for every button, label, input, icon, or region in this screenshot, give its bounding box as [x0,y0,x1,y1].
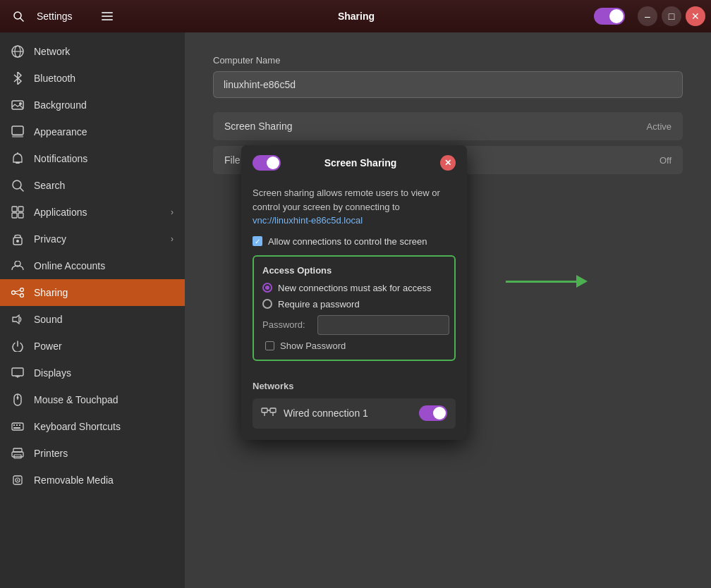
sidebar-item-removable-media[interactable]: Removable Media [0,467,185,494]
dialog-close-button[interactable]: ✕ [440,155,456,171]
password-label: Password: [262,319,312,330]
sidebar-item-network[interactable]: Network [0,38,185,65]
appearance-icon [11,125,24,138]
screen-sharing-row[interactable]: Screen Sharing Active [213,112,683,140]
show-password-row[interactable]: Show Password [262,341,446,351]
radio-require-password-label: Require a password [278,299,360,310]
allow-control-row[interactable]: Allow connections to control the screen [253,236,456,247]
wired-connection-toggle[interactable] [419,405,447,421]
sidebar-item-keyboard-shortcuts[interactable]: Keyboard Shortcuts [0,413,185,440]
sidebar-item-label: Sharing [34,287,174,298]
file-sharing-status: Off [660,155,672,166]
background-icon [11,99,24,111]
sidebar-item-online-accounts[interactable]: Online Accounts [0,252,185,279]
access-options-box: Access Options New connections must ask … [253,255,456,361]
radio-require-password-btn[interactable] [262,299,272,309]
svg-point-45 [17,479,18,481]
sidebar-item-applications[interactable]: Applications › [0,199,185,226]
bluetooth-icon [11,72,24,85]
radio-new-connections[interactable]: New connections must ask for access [262,283,446,293]
sound-icon [11,313,24,326]
wired-connection-label: Wired connection 1 [284,408,412,419]
screen-sharing-status: Active [647,121,672,132]
show-password-checkbox[interactable] [265,341,274,350]
svg-rect-34 [12,423,23,430]
sidebar-item-label: Privacy [34,233,161,245]
computer-name-label: Computer Name [213,55,683,66]
sidebar-item-sound[interactable]: Sound [0,306,185,333]
sidebar-item-printers[interactable]: Printers [0,440,185,467]
screen-sharing-dialog: Screen Sharing ✕ Screen sharing allows r… [241,145,467,440]
sidebar-item-label: Appearance [34,126,174,137]
power-icon [11,340,24,353]
radio-require-password[interactable]: Require a password [262,299,446,310]
maximize-button[interactable]: □ [662,6,681,26]
sidebar-item-notifications[interactable]: Notifications [0,145,185,172]
main-layout: Network Bluetooth Background [0,32,711,588]
radio-new-connections-label: New connections must ask for access [278,283,431,293]
sidebar-item-background[interactable]: Background [0,92,185,118]
dialog-description: Screen sharing allows remote users to vi… [253,186,456,228]
sidebar-item-power[interactable]: Power [0,333,185,360]
svg-line-14 [20,188,23,191]
sidebar-item-label: Displays [34,367,174,379]
network-icon [11,45,24,58]
svg-rect-18 [18,213,23,218]
sidebar-item-label: Background [34,99,174,111]
sidebar-item-bluetooth[interactable]: Bluetooth [0,65,185,92]
sidebar-item-label: Bluetooth [34,73,174,84]
dialog-header: Screen Sharing ✕ [241,145,467,180]
svg-rect-10 [12,126,23,135]
close-button[interactable]: ✕ [686,6,705,26]
arrow-line [506,281,576,283]
online-accounts-icon [11,259,24,272]
computer-name-input[interactable] [213,71,683,98]
applications-icon [11,206,24,219]
svg-rect-37 [19,424,20,426]
titlebar-center: Sharing [119,11,594,22]
vnc-link[interactable]: vnc://linuxhint-e86c5d.local [253,215,363,226]
sidebar-item-privacy[interactable]: Privacy › [0,226,185,252]
displays-icon [11,367,24,379]
window-controls: – □ ✕ [594,6,705,26]
sidebar-item-search[interactable]: Search [0,172,185,199]
menu-button[interactable] [96,6,119,27]
sidebar-item-label: Keyboard Shortcuts [34,421,174,432]
sidebar-item-displays[interactable]: Displays [0,360,185,386]
svg-rect-40 [13,448,22,452]
svg-line-26 [16,293,20,295]
svg-line-1 [20,18,23,21]
sidebar-item-label: Removable Media [34,474,174,486]
show-password-label: Show Password [280,341,346,351]
svg-rect-36 [16,424,18,426]
search-icon [11,179,24,192]
sidebar-item-sharing[interactable]: Sharing [0,279,185,306]
sidebar-item-label: Applications [34,207,161,218]
allow-control-checkbox[interactable] [253,236,262,246]
svg-rect-28 [12,368,23,376]
svg-rect-3 [102,16,113,17]
wired-connection-icon [261,405,276,422]
sidebar-item-label: Sound [34,314,174,325]
search-button[interactable] [6,6,31,27]
sidebar: Network Bluetooth Background [0,32,185,588]
svg-rect-2 [102,12,113,13]
radio-new-connections-btn[interactable] [262,283,272,293]
sidebar-item-appearance[interactable]: Appearance [0,118,185,145]
dialog-toggle[interactable] [253,155,281,171]
svg-rect-15 [12,207,17,212]
dialog-body: Screen sharing allows remote users to vi… [241,180,467,372]
sharing-toggle[interactable] [594,8,625,25]
chevron-right-icon: › [171,234,174,244]
sidebar-item-label: Online Accounts [34,260,174,271]
notifications-icon [11,152,24,165]
svg-point-22 [12,291,16,295]
sidebar-item-mouse-touchpad[interactable]: Mouse & Touchpad [0,386,185,413]
privacy-icon [11,233,24,245]
sidebar-item-label: Network [34,46,174,57]
page-title: Sharing [338,11,375,22]
minimize-button[interactable]: – [638,6,657,26]
svg-rect-39 [13,427,20,429]
keyboard-icon [11,420,24,433]
password-input[interactable] [317,315,449,335]
